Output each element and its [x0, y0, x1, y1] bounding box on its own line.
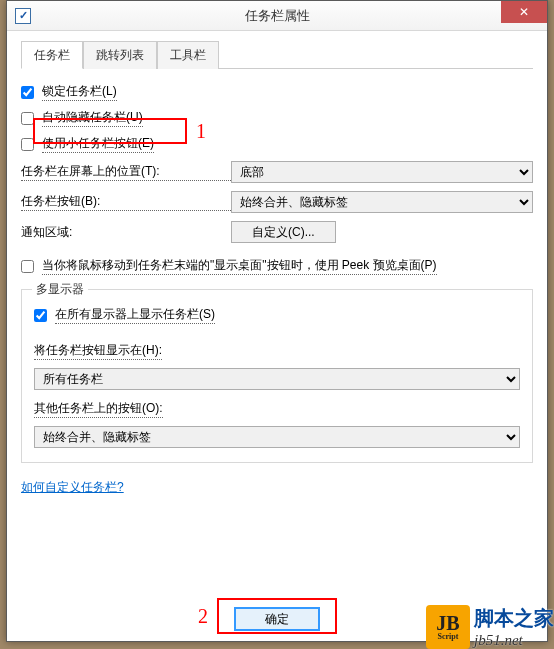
select-other-buttons[interactable]: 始终合并、隐藏标签 — [34, 426, 520, 448]
select-buttons[interactable]: 始终合并、隐藏标签 — [231, 191, 533, 213]
label-show-buttons-on: 将任务栏按钮显示在(H): — [34, 342, 162, 360]
checkbox-autohide-input[interactable] — [21, 112, 34, 125]
fieldset-multimonitor: 多显示器 在所有显示器上显示任务栏(S) 将任务栏按钮显示在(H): 所有任务栏… — [21, 289, 533, 463]
customize-button[interactable]: 自定义(C)... — [231, 221, 336, 243]
checkbox-small-input[interactable] — [21, 138, 34, 151]
close-button[interactable]: ✕ — [501, 1, 547, 23]
checkbox-showall-input[interactable] — [34, 309, 47, 322]
checkbox-lock-label: 锁定任务栏(L) — [42, 83, 117, 101]
tab-taskbar[interactable]: 任务栏 — [21, 41, 83, 69]
checkbox-autohide-label: 自动隐藏任务栏(U) — [42, 109, 143, 127]
label-other-buttons: 其他任务栏上的按钮(O): — [34, 400, 163, 418]
checkbox-small-label: 使用小任务栏按钮(E) — [42, 135, 154, 153]
close-icon: ✕ — [519, 5, 529, 19]
help-link[interactable]: 如何自定义任务栏? — [21, 479, 124, 496]
checkbox-show-all[interactable]: 在所有显示器上显示任务栏(S) — [34, 306, 215, 324]
window-title: 任务栏属性 — [7, 7, 547, 25]
checkbox-peek[interactable]: 当你将鼠标移动到任务栏末端的"显示桌面"按钮时，使用 Peek 预览桌面(P) — [21, 257, 437, 275]
ok-button[interactable]: 确定 — [234, 607, 320, 631]
tab-toolbars[interactable]: 工具栏 — [157, 41, 219, 69]
dialog-content: 任务栏 跳转列表 工具栏 锁定任务栏(L) 自动隐藏任务栏(U) 使用小任务栏按… — [7, 31, 547, 506]
checkbox-peek-input[interactable] — [21, 260, 34, 273]
select-show-buttons-on[interactable]: 所有任务栏 — [34, 368, 520, 390]
tab-jumplist[interactable]: 跳转列表 — [83, 41, 157, 69]
checkbox-lock-taskbar[interactable]: 锁定任务栏(L) — [21, 83, 117, 101]
checkbox-peek-label: 当你将鼠标移动到任务栏末端的"显示桌面"按钮时，使用 Peek 预览桌面(P) — [42, 257, 437, 275]
tab-strip: 任务栏 跳转列表 工具栏 — [21, 41, 533, 69]
titlebar: 任务栏属性 ✕ — [7, 1, 547, 31]
checkbox-auto-hide[interactable]: 自动隐藏任务栏(U) — [21, 109, 143, 127]
label-buttons: 任务栏按钮(B): — [21, 193, 231, 211]
dialog-footer: 确定 — [7, 607, 547, 631]
label-notification: 通知区域: — [21, 224, 231, 241]
label-position: 任务栏在屏幕上的位置(T): — [21, 163, 231, 181]
checkbox-lock-input[interactable] — [21, 86, 34, 99]
checkbox-showall-label: 在所有显示器上显示任务栏(S) — [55, 306, 215, 324]
select-position[interactable]: 底部 — [231, 161, 533, 183]
checkbox-small-buttons[interactable]: 使用小任务栏按钮(E) — [21, 135, 154, 153]
properties-dialog: 任务栏属性 ✕ 任务栏 跳转列表 工具栏 锁定任务栏(L) 自动隐藏任务栏(U) — [6, 0, 548, 642]
legend-multimonitor: 多显示器 — [32, 281, 88, 298]
